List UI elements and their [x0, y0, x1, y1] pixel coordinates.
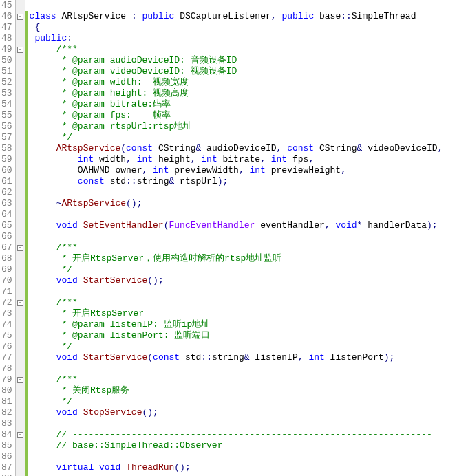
code-line[interactable]: /***	[28, 44, 468, 55]
fold-toggle-icon[interactable]: -	[17, 377, 23, 383]
line-number[interactable]: 63	[0, 198, 15, 209]
fold-toggle-icon[interactable]: -	[17, 47, 23, 53]
code-line[interactable]	[28, 187, 468, 198]
code-line[interactable]: * @param fps: 帧率	[28, 110, 468, 121]
code-line[interactable]: void StartService();	[28, 275, 468, 286]
code-line[interactable]: * @param height: 视频高度	[28, 88, 468, 99]
code-line[interactable]	[28, 418, 468, 429]
fold-toggle-icon[interactable]: -	[17, 432, 23, 438]
code-area[interactable]: class ARtspService : public DSCaptureLis…	[28, 0, 468, 476]
line-number[interactable]: 52	[0, 77, 15, 88]
fold-cell[interactable]: -	[16, 429, 25, 440]
line-number[interactable]: 83	[0, 418, 15, 429]
line-number[interactable]: 56	[0, 121, 15, 132]
line-number[interactable]: 62	[0, 187, 15, 198]
line-number[interactable]: 68	[0, 253, 15, 264]
code-line[interactable]	[28, 0, 468, 11]
code-line[interactable]: /***	[28, 242, 468, 253]
code-line[interactable]: OAHWND owner, int previewWidth, int prev…	[28, 165, 468, 176]
line-number[interactable]: 74	[0, 319, 15, 330]
code-line[interactable]: */	[28, 264, 468, 275]
code-line[interactable]: class ARtspService : public DSCaptureLis…	[28, 11, 468, 22]
line-number[interactable]: 69	[0, 264, 15, 275]
line-number[interactable]: 58	[0, 143, 15, 154]
code-line[interactable]: * @param rtspUrl:rtsp地址	[28, 121, 468, 132]
fold-cell[interactable]: -	[16, 11, 25, 22]
code-line[interactable]: void SetEventHandler(FuncEventHandler ev…	[28, 220, 468, 231]
line-number[interactable]: 49	[0, 44, 15, 55]
code-line[interactable]: */	[28, 132, 468, 143]
code-line[interactable]: * @param videoDeviceID: 视频设备ID	[28, 66, 468, 77]
code-line[interactable]	[28, 363, 468, 374]
code-editor[interactable]: 4546474849505152535455565758596061626364…	[0, 0, 468, 476]
line-number[interactable]: 80	[0, 385, 15, 396]
line-number[interactable]: 46	[0, 11, 15, 22]
line-number[interactable]: 84	[0, 429, 15, 440]
code-line[interactable]: ARtspService(const CString& audioDeviceI…	[28, 143, 468, 154]
code-line[interactable]: void StartService(const std::string& lis…	[28, 352, 468, 363]
line-number[interactable]: 65	[0, 220, 15, 231]
code-line[interactable]: * 关闭Rtsp服务	[28, 385, 468, 396]
line-number[interactable]: 76	[0, 341, 15, 352]
code-line[interactable]: const std::string& rtspUrl);	[28, 176, 468, 187]
line-number[interactable]: 66	[0, 231, 15, 242]
code-line[interactable]: */	[28, 341, 468, 352]
line-number[interactable]: 67	[0, 242, 15, 253]
fold-cell[interactable]: -	[16, 44, 25, 55]
fold-cell[interactable]: -	[16, 374, 25, 385]
line-number[interactable]: 85	[0, 440, 15, 451]
code-line[interactable]: virtual void ThreadRun();	[28, 462, 468, 473]
code-line[interactable]: * @param audioDeviceID: 音频设备ID	[28, 55, 468, 66]
code-line[interactable]	[28, 231, 468, 242]
line-number[interactable]: 88	[0, 473, 15, 476]
line-number[interactable]: 53	[0, 88, 15, 99]
code-line[interactable]	[28, 286, 468, 297]
line-number[interactable]: 70	[0, 275, 15, 286]
line-number[interactable]: 51	[0, 66, 15, 77]
code-line[interactable]: * @param width: 视频宽度	[28, 77, 468, 88]
line-number[interactable]: 59	[0, 154, 15, 165]
line-number[interactable]: 82	[0, 407, 15, 418]
fold-toggle-icon[interactable]: -	[17, 14, 23, 20]
code-line[interactable]: ~ARtspService();	[28, 198, 468, 209]
code-line[interactable]: * 开启RtspServer，使用构造时解析的rtsp地址监听	[28, 253, 468, 264]
line-number[interactable]: 48	[0, 33, 15, 44]
line-number[interactable]: 81	[0, 396, 15, 407]
line-number[interactable]: 57	[0, 132, 15, 143]
line-number-gutter[interactable]: 4546474849505152535455565758596061626364…	[0, 0, 16, 476]
line-number[interactable]: 71	[0, 286, 15, 297]
line-number[interactable]: 61	[0, 176, 15, 187]
line-number[interactable]: 54	[0, 99, 15, 110]
code-line[interactable]: public:	[28, 33, 468, 44]
line-number[interactable]: 50	[0, 55, 15, 66]
code-line[interactable]: * 开启RtspServer	[28, 308, 468, 319]
code-line[interactable]	[28, 473, 468, 476]
fold-toggle-icon[interactable]: -	[17, 245, 23, 251]
code-line[interactable]: /***	[28, 374, 468, 385]
fold-gutter[interactable]: ------	[16, 0, 25, 476]
code-line[interactable]: // base::SimpleThread::Observer	[28, 440, 468, 451]
code-line[interactable]: * @param listenPort: 监听端口	[28, 330, 468, 341]
line-number[interactable]: 55	[0, 110, 15, 121]
code-line[interactable]: */	[28, 396, 468, 407]
line-number[interactable]: 87	[0, 462, 15, 473]
code-line[interactable]: // -------------------------------------…	[28, 429, 468, 440]
line-number[interactable]: 60	[0, 165, 15, 176]
line-number[interactable]: 75	[0, 330, 15, 341]
line-number[interactable]: 45	[0, 0, 15, 11]
line-number[interactable]: 47	[0, 22, 15, 33]
line-number[interactable]: 86	[0, 451, 15, 462]
fold-cell[interactable]: -	[16, 297, 25, 308]
line-number[interactable]: 78	[0, 363, 15, 374]
code-line[interactable]: {	[28, 22, 468, 33]
line-number[interactable]: 77	[0, 352, 15, 363]
code-line[interactable]: void StopService();	[28, 407, 468, 418]
code-line[interactable]: * @param listenIP: 监听ip地址	[28, 319, 468, 330]
fold-toggle-icon[interactable]: -	[17, 300, 23, 306]
code-line[interactable]	[28, 451, 468, 462]
line-number[interactable]: 73	[0, 308, 15, 319]
code-line[interactable]: /***	[28, 297, 468, 308]
line-number[interactable]: 72	[0, 297, 15, 308]
line-number[interactable]: 64	[0, 209, 15, 220]
fold-cell[interactable]: -	[16, 242, 25, 253]
